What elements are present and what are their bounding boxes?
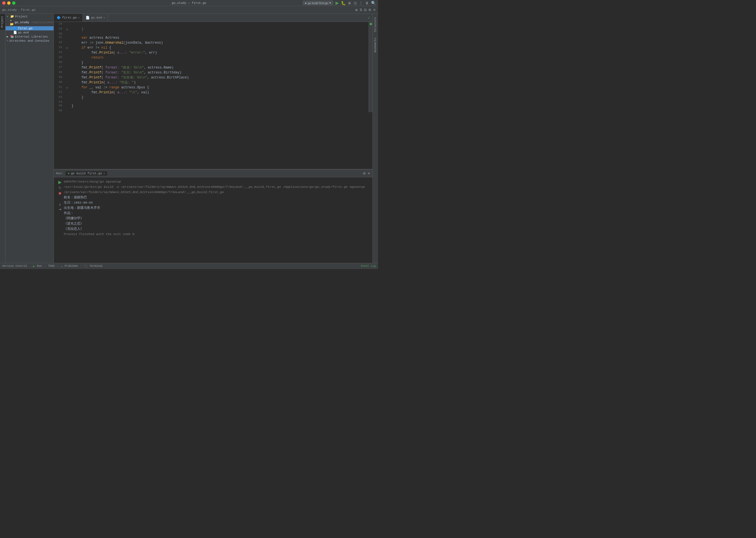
code-line-46: 46 xyxy=(54,109,369,112)
tree-item-go-study[interactable]: ▾ 📂 go_study /Applications/go/go_study xyxy=(6,19,54,26)
status-sep2: | xyxy=(44,265,46,268)
run-output-line-7: 作品： xyxy=(64,210,370,216)
tree-path-label: /Applications/go/go_study xyxy=(31,21,54,24)
run-output-line-4: 姓名：迪丽热巴 xyxy=(64,195,370,200)
breadcrumb: go_study › first.go xyxy=(2,8,354,12)
chevron-down-icon: ▾ xyxy=(329,1,331,5)
tab-first-go-label: first.go xyxy=(62,16,77,19)
collapse-button[interactable]: ⊟ xyxy=(364,8,367,12)
run-button[interactable]: ▶ xyxy=(335,0,339,6)
status-sep3: | xyxy=(57,265,59,268)
soft-wrap-button[interactable]: ⇥ xyxy=(59,207,61,211)
run-tab[interactable]: ● go build first.go ✕ xyxy=(66,171,107,176)
terminal-status[interactable]: Terminal xyxy=(89,265,103,268)
structure-tab[interactable]: Structure xyxy=(373,15,378,34)
pause-button[interactable]: ⏸ xyxy=(365,1,369,5)
code-line-33: 33 ⊖ if err != nil { xyxy=(54,45,369,50)
run-tab-icon: ● xyxy=(68,172,70,175)
coverage-button[interactable]: ⊕ xyxy=(348,1,351,5)
debug-button[interactable]: 🐛 xyxy=(341,1,346,5)
toolbar: go_study › first.go ⊕ ⇅ ⊟ ⚙ ✕ xyxy=(0,6,378,14)
code-line-30: 30 xyxy=(54,32,369,35)
run-config-label: go build first.go xyxy=(308,1,328,5)
tree-first-go-label: first.go xyxy=(18,27,32,30)
run-panel-header: Run: ● go build first.go ✕ ⚙ ✕ xyxy=(54,170,373,177)
tree-item-first-go[interactable]: 🔷 first.go xyxy=(6,26,54,30)
rerun-button[interactable]: ↻ xyxy=(59,186,61,190)
tree-item-go-mod[interactable]: 📄 go.mod xyxy=(6,30,54,34)
breadcrumb-file[interactable]: first.go xyxy=(21,8,35,12)
settings-button[interactable]: ⚙ xyxy=(368,8,371,12)
stop-button[interactable]: ■ xyxy=(59,191,61,196)
code-line-45: 45 } xyxy=(54,104,369,109)
project-label: Project xyxy=(15,15,27,18)
toolbar-right: ⊕ ⇅ ⊟ ⚙ ✕ xyxy=(355,8,376,12)
run-panel-icons: ⚙ ✕ xyxy=(363,172,370,175)
status-left: Version Control | ▶ Run | TODO | ⚠ Probl… xyxy=(2,265,103,268)
run-icon: ● xyxy=(305,1,307,5)
tab-go-mod[interactable]: 📄 go.mod ✕ xyxy=(83,14,108,22)
scroll-to-end-button[interactable]: ⤓ xyxy=(59,202,61,206)
problems-status[interactable]: Problems xyxy=(65,265,78,268)
tree-item-project[interactable]: ▾ 📁 Project xyxy=(6,14,54,19)
run-status[interactable]: Run xyxy=(37,265,42,268)
minimize-button[interactable] xyxy=(7,1,11,5)
project-icon: ▾ 📁 xyxy=(7,15,14,18)
status-sep1: | xyxy=(29,265,31,268)
first-go-file-icon: 🔷 xyxy=(57,16,61,20)
tab-go-mod-close[interactable]: ✕ xyxy=(103,16,105,19)
run-again-button[interactable]: ▶ xyxy=(58,180,62,185)
todo-status[interactable]: TODO xyxy=(48,265,55,268)
code-line-32: 32 err := json.Unmarshal(jsonData, &actr… xyxy=(54,40,369,45)
go-mod-file-icon: 📄 xyxy=(85,16,90,20)
sort-button[interactable]: ⇅ xyxy=(360,8,362,12)
run-output-process: Process finished with the exit code 0 xyxy=(64,232,370,237)
right-panel-tabs: Structure Bookmarks xyxy=(373,14,378,263)
editor-area: 🔷 first.go ✕ 📄 go.mod ✕ ✓ xyxy=(54,14,373,263)
maximize-button[interactable] xyxy=(12,1,16,5)
search-everywhere-button[interactable]: 🔍 xyxy=(371,1,376,5)
tree-external-libs-label: External Libraries xyxy=(15,35,48,38)
window-controls xyxy=(2,1,16,5)
project-tab[interactable]: Project xyxy=(0,14,5,30)
run-label: Run: xyxy=(56,172,63,175)
run-tab-close[interactable]: ✕ xyxy=(103,172,105,175)
code-line-42: 42 fmt.Println( a...: "\t", val) xyxy=(54,90,369,95)
run-panel-settings[interactable]: ⚙ xyxy=(363,172,366,175)
run-status-icon: ▶ xyxy=(33,265,35,268)
add-panel-button[interactable]: ⊕ xyxy=(355,8,358,12)
code-line-31: 31 var actress Actress xyxy=(54,35,369,40)
more-button[interactable]: ⋮ xyxy=(359,1,363,5)
profile-button[interactable]: ◷ xyxy=(353,1,357,5)
run-panel-hide[interactable]: ✕ xyxy=(368,172,370,175)
tree-scratches-label: Scratches and Consoles xyxy=(9,39,49,42)
content-area: Project ▾ 📁 Project ▾ 📂 go_study /Applic… xyxy=(0,14,378,263)
close-button[interactable] xyxy=(2,1,6,5)
tree-item-external-libs[interactable]: ▶ 📚 External Libraries xyxy=(6,34,54,39)
code-editor[interactable]: 28 ` 29 ⊖ }` xyxy=(54,22,373,169)
event-log-status[interactable]: Event Log xyxy=(361,265,376,268)
version-control-status[interactable]: Version Control xyxy=(2,265,27,268)
breadcrumb-sep: › xyxy=(18,8,20,12)
run-output-line-1: GOPATH=/Users/ming/go #gosetup xyxy=(64,179,370,184)
project-tree: ▾ 📁 Project ▾ 📂 go_study /Applications/g… xyxy=(6,14,54,263)
breadcrumb-project[interactable]: go_study xyxy=(2,8,17,12)
file-go-icon: 🔷 xyxy=(13,27,17,30)
main-layout: go_study › first.go ⊕ ⇅ ⊟ ⚙ ✕ Project ▾ … xyxy=(0,6,378,269)
hide-button[interactable]: ✕ xyxy=(373,8,376,12)
run-output-line-5: 生日：1992-06-03 xyxy=(64,200,370,205)
right-scroll-gutter[interactable] xyxy=(369,22,373,112)
tree-item-scratches[interactable]: ✎ Scratches and Consoles xyxy=(6,39,54,43)
tab-first-go[interactable]: 🔷 first.go ✕ xyxy=(54,14,83,22)
code-line-37: 37 fmt.Printf( format: "姓名: %s\n", actre… xyxy=(54,65,369,70)
scratches-icon: ✎ xyxy=(7,39,9,42)
run-config-dropdown[interactable]: ● go build first.go ▾ xyxy=(303,1,333,5)
tab-first-go-close[interactable]: ✕ xyxy=(78,16,80,19)
scroll-indicator xyxy=(370,23,372,25)
problems-icon: ⚠ xyxy=(61,265,62,268)
run-output-line-3: /private/var/folders/sq/mdwvv_b53z5_0n8_… xyxy=(64,189,370,195)
code-line-36: 36 } xyxy=(54,60,369,65)
code-line-43: 43 } xyxy=(54,95,369,100)
bookmarks-tab[interactable]: Bookmarks xyxy=(373,35,378,55)
tree-go-mod-label: go.mod xyxy=(18,31,29,34)
